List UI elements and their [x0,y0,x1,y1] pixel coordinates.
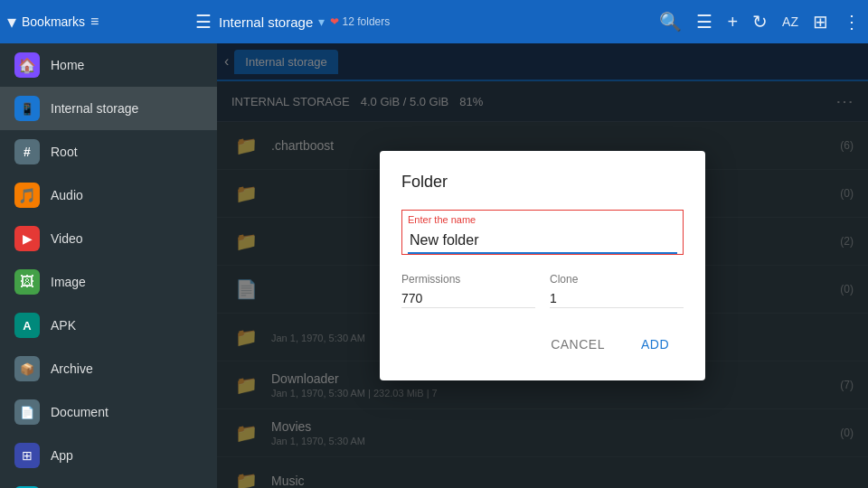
sidebar-label-root: Root [51,145,78,159]
dropdown-icon[interactable]: ▾ [7,11,16,33]
apk-icon: A [14,313,40,338]
sidebar-label-archive: Archive [51,361,93,376]
home-icon: 🏠 [14,52,40,78]
clone-group: Clone 1 [550,273,684,308]
sidebar-item-archive[interactable]: 📦 Archive [0,347,217,390]
permissions-group: Permissions 770 [401,273,535,308]
image-icon: 🖼 [14,269,40,295]
add-button[interactable]: ADD [627,330,684,359]
content-area: ‹ Internal storage INTERNAL STORAGE 4.0 … [217,43,868,488]
clone-value: 1 [550,289,684,308]
sidebar-label-document: Document [51,405,108,419]
sidebar-item-audio[interactable]: 🎵 Audio [0,174,217,217]
refresh-icon[interactable]: ↻ [752,11,768,33]
sidebar-label-internal: Internal storage [51,101,138,116]
audio-icon: 🎵 [14,183,40,208]
sidebar-item-root[interactable]: # Root [0,130,217,174]
bookmarks-section: ▾ Bookmarks ≡ [7,11,188,33]
grid-icon[interactable]: ⊞ [813,11,828,33]
dialog-title: Folder [401,173,684,192]
sidebar-item-apk[interactable]: A APK [0,304,217,347]
folder-dialog: Folder Enter the name Permissions 770 Cl… [380,151,705,380]
title-area: Internal storage ▾ ❤ 12 folders [219,14,652,30]
search-icon[interactable]: 🔍 [659,11,682,33]
sidebar-label-home: Home [51,58,84,72]
bookmarks-label: Bookmarks [22,14,85,29]
add-icon[interactable]: + [727,12,738,33]
dialog-actions: CANCEL ADD [401,330,684,359]
sidebar: 🏠 Home 📱 Internal storage # Root 🎵 Audio… [0,43,217,488]
folder-name-group: Enter the name [401,210,684,255]
sort-az-icon[interactable]: AZ [782,14,798,29]
top-bar: ▾ Bookmarks ≡ ☰ Internal storage ▾ ❤ 12 … [0,0,868,43]
permissions-value: 770 [401,289,535,308]
sidebar-label-app: App [51,448,73,463]
sidebar-item-all-files[interactable]: ⬇ All Files [0,477,217,488]
folder-name-input[interactable] [408,229,677,254]
internal-storage-icon: 📱 [14,96,40,121]
clone-label: Clone [550,273,684,286]
sidebar-item-internal-storage[interactable]: 📱 Internal storage [0,87,217,130]
main-layout: 🏠 Home 📱 Internal storage # Root 🎵 Audio… [0,43,868,488]
sidebar-label-apk: APK [51,318,76,333]
archive-icon: 📦 [14,356,40,381]
root-icon: # [14,139,40,164]
field-row: Permissions 770 Clone 1 [401,273,684,308]
document-icon: 📄 [14,399,40,425]
sidebar-label-audio: Audio [51,188,83,202]
sidebar-item-image[interactable]: 🖼 Image [0,260,217,304]
sidebar-item-home[interactable]: 🏠 Home [0,43,217,87]
filter-icon[interactable]: ≡ [90,14,99,30]
list-icon[interactable]: ☰ [696,11,712,33]
sidebar-label-image: Image [51,275,86,289]
more-icon[interactable]: ⋮ [843,11,861,33]
menu-icon[interactable]: ☰ [195,11,212,33]
sidebar-item-app[interactable]: ⊞ App [0,434,217,477]
video-icon: ▶ [14,226,40,251]
main-title: Internal storage [219,14,313,30]
title-dropdown-icon[interactable]: ▾ [318,14,325,29]
input-label: Enter the name [408,214,677,225]
sidebar-label-video: Video [51,231,83,246]
sidebar-item-video[interactable]: ▶ Video [0,217,217,260]
sidebar-item-document[interactable]: 📄 Document [0,390,217,434]
input-border-box: Enter the name [401,210,684,255]
toolbar-icons: 🔍 ☰ + ↻ AZ ⊞ ⋮ [659,11,861,33]
permissions-label: Permissions [401,273,535,286]
dialog-overlay: Folder Enter the name Permissions 770 Cl… [217,43,868,488]
folder-count: ❤ 12 folders [330,15,390,28]
cancel-button[interactable]: CANCEL [536,330,619,359]
app-icon: ⊞ [14,443,40,468]
